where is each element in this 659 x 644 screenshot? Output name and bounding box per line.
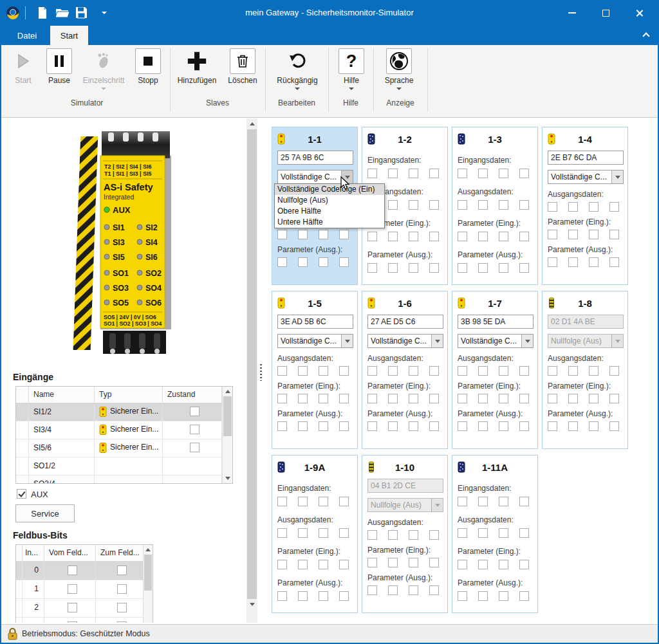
bit-checkbox[interactable] bbox=[367, 421, 377, 431]
bit-checkbox[interactable] bbox=[519, 497, 529, 506]
bit-checkbox[interactable] bbox=[429, 530, 439, 540]
table-scrollbar[interactable] bbox=[222, 387, 232, 483]
bit-checkbox[interactable] bbox=[609, 230, 619, 239]
scrollbar-thumb[interactable] bbox=[223, 396, 232, 436]
bit-checkbox[interactable] bbox=[458, 591, 467, 601]
bit-checkbox[interactable] bbox=[319, 394, 328, 403]
bit-checkbox[interactable] bbox=[458, 394, 467, 403]
tab-start[interactable]: Start bbox=[50, 26, 88, 45]
zum-feld-checkbox[interactable] bbox=[117, 566, 127, 575]
bit-checkbox[interactable] bbox=[519, 394, 529, 403]
table-row[interactable]: SO1/2 bbox=[16, 457, 232, 475]
bit-checkbox[interactable] bbox=[548, 394, 557, 403]
bit-checkbox[interactable] bbox=[589, 202, 599, 212]
bit-checkbox[interactable] bbox=[388, 232, 398, 241]
hilfe-button[interactable]: ? Hilfe bbox=[333, 48, 369, 90]
bit-checkbox[interactable] bbox=[388, 585, 398, 595]
bit-checkbox[interactable] bbox=[319, 257, 328, 267]
bit-checkbox[interactable] bbox=[388, 169, 398, 178]
bit-checkbox[interactable] bbox=[589, 366, 599, 376]
codefolge-input[interactable] bbox=[277, 315, 353, 329]
bit-checkbox[interactable] bbox=[458, 263, 467, 273]
stopp-button[interactable]: Stopp bbox=[131, 48, 165, 85]
bit-checkbox[interactable] bbox=[388, 366, 398, 376]
scrollbar-thumb[interactable] bbox=[144, 555, 152, 591]
bit-checkbox[interactable] bbox=[478, 560, 488, 569]
bit-checkbox[interactable] bbox=[589, 394, 599, 403]
service-button[interactable]: Service bbox=[15, 504, 75, 522]
bit-checkbox[interactable] bbox=[409, 366, 418, 376]
bit-checkbox[interactable] bbox=[339, 591, 349, 601]
bit-checkbox[interactable] bbox=[367, 232, 377, 241]
bit-checkbox[interactable] bbox=[319, 366, 328, 376]
table-row[interactable]: SI3/4 Sicherer Ein... bbox=[16, 421, 232, 439]
bit-checkbox[interactable] bbox=[478, 169, 488, 178]
bit-checkbox[interactable] bbox=[458, 560, 467, 569]
bit-checkbox[interactable] bbox=[609, 394, 619, 403]
vom-feld-checkbox[interactable] bbox=[68, 566, 77, 575]
bit-checkbox[interactable] bbox=[458, 497, 467, 506]
left-panel-scrollbar[interactable] bbox=[246, 118, 257, 623]
bit-checkbox[interactable] bbox=[429, 169, 439, 178]
bit-checkbox[interactable] bbox=[568, 257, 578, 267]
codefolge-select[interactable]: Vollständige C... bbox=[367, 334, 443, 348]
bit-checkbox[interactable] bbox=[277, 528, 287, 538]
select-arrow-button[interactable] bbox=[431, 335, 443, 347]
bit-checkbox[interactable] bbox=[319, 230, 328, 239]
codefolge-input[interactable] bbox=[277, 151, 353, 165]
bit-checkbox[interactable] bbox=[298, 421, 308, 431]
bit-checkbox[interactable] bbox=[298, 591, 308, 601]
bit-checkbox[interactable] bbox=[499, 169, 508, 178]
bit-checkbox[interactable] bbox=[429, 421, 439, 431]
bit-checkbox[interactable] bbox=[298, 257, 308, 267]
scroll-up-icon[interactable] bbox=[144, 545, 153, 555]
bit-checkbox[interactable] bbox=[548, 421, 557, 431]
bit-checkbox[interactable] bbox=[519, 421, 529, 431]
bit-checkbox[interactable] bbox=[319, 421, 328, 431]
hinzufuegen-button[interactable]: Hinzufügen bbox=[174, 48, 220, 85]
bit-checkbox[interactable] bbox=[339, 528, 349, 538]
slave-card-1-11A[interactable]: 1-11A Eingangsdaten: Ausgangsdaten: Para… bbox=[452, 455, 538, 613]
bit-checkbox[interactable] bbox=[277, 257, 287, 267]
select-arrow-button[interactable] bbox=[521, 335, 533, 347]
bit-checkbox[interactable] bbox=[548, 202, 557, 212]
vom-feld-checkbox[interactable] bbox=[68, 603, 77, 612]
bit-checkbox[interactable] bbox=[519, 560, 529, 569]
bit-checkbox[interactable] bbox=[568, 202, 578, 212]
bit-checkbox[interactable] bbox=[568, 230, 578, 239]
close-button[interactable] bbox=[624, 0, 654, 26]
bit-checkbox[interactable] bbox=[277, 591, 287, 601]
bit-checkbox[interactable] bbox=[429, 394, 439, 403]
bit-checkbox[interactable] bbox=[339, 394, 349, 403]
bit-checkbox[interactable] bbox=[519, 591, 529, 601]
minimize-button[interactable] bbox=[557, 0, 587, 26]
col-header-vom-feld[interactable]: Vom Feld... bbox=[44, 545, 96, 561]
select-arrow-button[interactable] bbox=[611, 170, 623, 183]
bit-checkbox[interactable] bbox=[409, 530, 418, 540]
bit-checkbox[interactable] bbox=[298, 394, 308, 403]
rueckgaengig-button[interactable]: Rückgängig bbox=[270, 48, 324, 90]
einzelschritt-button[interactable]: Einzelschritt bbox=[77, 48, 130, 90]
bit-checkbox[interactable] bbox=[478, 232, 488, 241]
bit-checkbox[interactable] bbox=[499, 263, 508, 273]
vom-feld-checkbox[interactable] bbox=[68, 621, 77, 623]
scroll-down-icon[interactable] bbox=[246, 599, 257, 610]
bit-checkbox[interactable] bbox=[319, 591, 328, 601]
bit-checkbox[interactable] bbox=[319, 497, 328, 506]
bit-checkbox[interactable] bbox=[478, 497, 488, 506]
zum-feld-checkbox[interactable] bbox=[117, 603, 127, 612]
slave-card-1-3[interactable]: 1-3 Eingangsdaten: Ausgangsdaten: Parame… bbox=[452, 127, 538, 285]
bit-checkbox[interactable] bbox=[609, 421, 619, 431]
slave-card-1-5[interactable]: 1-5 Vollständige C... Ausgangsdaten: Par… bbox=[272, 291, 358, 449]
bit-checkbox[interactable] bbox=[589, 257, 599, 267]
bit-checkbox[interactable] bbox=[298, 366, 308, 376]
bit-checkbox[interactable] bbox=[519, 200, 529, 210]
bit-checkbox[interactable] bbox=[499, 591, 508, 601]
scroll-up-icon[interactable] bbox=[223, 387, 232, 396]
bit-checkbox[interactable] bbox=[568, 394, 578, 403]
bit-checkbox[interactable] bbox=[367, 366, 377, 376]
bit-checkbox[interactable] bbox=[409, 263, 418, 273]
bit-checkbox[interactable] bbox=[277, 366, 287, 376]
scroll-down-icon[interactable] bbox=[223, 474, 232, 483]
bit-checkbox[interactable] bbox=[277, 497, 287, 506]
